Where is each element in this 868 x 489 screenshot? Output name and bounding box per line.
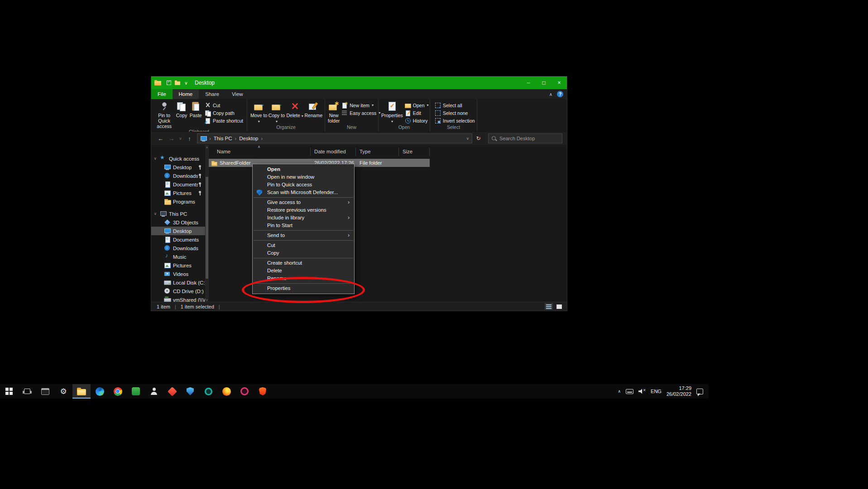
sidebar-item-desktop[interactable]: Desktop xyxy=(151,227,205,235)
taskbar-file-explorer-button[interactable] xyxy=(72,384,91,399)
sidebar-item-vmshared-vb[interactable]: vmShared (\\VB.. xyxy=(151,295,205,302)
taskbar-teal-app-button[interactable] xyxy=(199,384,217,399)
breadcrumb-item-this-pc[interactable]: This PC xyxy=(212,136,234,141)
context-menu-item-pin-to-quick-access[interactable]: Pin to Quick access xyxy=(253,181,354,189)
copy-to-button[interactable]: Copy to ▾ xyxy=(268,100,285,123)
help-icon[interactable]: ? xyxy=(557,91,563,97)
action-center-icon[interactable] xyxy=(696,389,703,394)
rename-button[interactable]: Rename xyxy=(304,100,323,118)
taskbar-edge-button[interactable] xyxy=(91,384,109,399)
sidebar-item-cd-drive-d-vir[interactable]: CD Drive (D:) Vir xyxy=(151,287,205,295)
tab-view[interactable]: View xyxy=(225,89,249,99)
history-button[interactable]: History xyxy=(403,117,431,124)
context-menu-item-scan-with-microsoft-defender[interactable]: Scan with Microsoft Defender... xyxy=(253,189,354,196)
sidebar-item-local-disk-c[interactable]: Local Disk (C:) xyxy=(151,278,205,287)
column-header-name[interactable]: Name xyxy=(209,147,311,156)
scroll-down-icon[interactable]: ∨ xyxy=(205,298,209,301)
title-bar[interactable]: ∨ Desktop – □ × xyxy=(151,76,567,89)
context-menu-item-delete[interactable]: Delete xyxy=(253,267,354,275)
qat-properties-button[interactable] xyxy=(165,79,173,86)
chevron-down-icon[interactable]: ∨ xyxy=(154,157,160,161)
tray-expand-icon[interactable]: ∧ xyxy=(618,389,621,394)
address-dropdown-icon[interactable]: ∨ xyxy=(466,136,470,141)
context-menu-item-restore-previous-versions[interactable]: Restore previous versions xyxy=(253,206,354,214)
properties-button[interactable]: Properties ▾ xyxy=(381,100,403,123)
refresh-button[interactable]: ↻ xyxy=(474,135,483,142)
taskbar-purple-ring-app-button[interactable] xyxy=(235,384,254,399)
sidebar-item-programs[interactable]: Programs xyxy=(151,197,205,206)
search-input[interactable] xyxy=(499,136,564,141)
sidebar-section-this-pc[interactable]: ∨This PC xyxy=(151,209,205,218)
tab-file[interactable]: File xyxy=(151,89,173,99)
taskbar-people-button[interactable] xyxy=(145,384,163,399)
taskbar-start-button[interactable] xyxy=(0,384,18,399)
sidebar-item-3d-objects[interactable]: 3D Objects xyxy=(151,218,205,227)
context-menu-item-pin-to-start[interactable]: Pin to Start xyxy=(253,222,354,229)
context-menu-item-give-access-to[interactable]: Give access to› xyxy=(253,199,354,206)
touch-keyboard-icon[interactable] xyxy=(626,389,633,394)
sidebar-item-downloads[interactable]: Downloads xyxy=(151,244,205,252)
edit-button[interactable]: Edit xyxy=(403,109,431,117)
context-menu-item-properties[interactable]: Properties xyxy=(253,285,354,292)
close-button[interactable]: × xyxy=(551,76,567,89)
paste-button[interactable]: Paste xyxy=(189,100,203,118)
context-menu-item-include-in-library[interactable]: Include in library› xyxy=(253,214,354,222)
context-menu-item-open-in-new-window[interactable]: Open in new window xyxy=(253,173,354,181)
taskbar-chrome-button[interactable] xyxy=(109,384,127,399)
new-item-button[interactable]: New item ▾ xyxy=(340,101,382,109)
chevron-down-icon[interactable]: ∨ xyxy=(154,212,160,216)
sidebar-item-documents[interactable]: Documents xyxy=(151,180,205,189)
taskbar-task-view-button[interactable] xyxy=(18,384,36,399)
context-menu-item-open[interactable]: Open xyxy=(253,166,354,173)
select-none-button[interactable]: Select none xyxy=(433,109,477,117)
sidebar-item-pictures[interactable]: Pictures xyxy=(151,261,205,270)
taskbar-firefox-button[interactable] xyxy=(217,384,235,399)
icons-view-button[interactable] xyxy=(555,303,563,310)
sidebar-item-pictures[interactable]: Pictures xyxy=(151,189,205,197)
context-menu-item-copy[interactable]: Copy xyxy=(253,249,354,257)
sidebar-item-videos[interactable]: Videos xyxy=(151,270,205,278)
sidebar-item-music[interactable]: Music xyxy=(151,252,205,261)
back-button[interactable]: ← xyxy=(156,135,165,142)
column-header-size[interactable]: Size xyxy=(399,147,430,156)
ribbon-collapse-icon[interactable]: ∧ xyxy=(549,92,552,97)
recent-locations-dropdown[interactable]: ∨ xyxy=(177,136,183,141)
delete-button[interactable]: Delete ▾ xyxy=(286,100,304,118)
context-menu-item-create-shortcut[interactable]: Create shortcut xyxy=(253,259,354,267)
volume-muted-icon[interactable] xyxy=(638,389,646,394)
new-folder-button[interactable]: New folder xyxy=(328,100,340,123)
sidebar-section-quick-access[interactable]: ∨Quick access xyxy=(151,154,205,163)
move-to-button[interactable]: Move to ▾ xyxy=(250,100,268,123)
taskbar-red-app-button[interactable] xyxy=(163,384,181,399)
paste-shortcut-button[interactable]: Paste shortcut xyxy=(203,117,245,124)
tab-share[interactable]: Share xyxy=(199,89,225,99)
sidebar-item-documents[interactable]: Documents xyxy=(151,235,205,244)
context-menu-item-rename[interactable]: Rename xyxy=(253,275,354,282)
context-menu-item-send-to[interactable]: Send to› xyxy=(253,232,354,239)
forward-button[interactable]: → xyxy=(167,135,176,142)
scroll-up-icon[interactable]: ∧ xyxy=(205,146,209,149)
easy-access-button[interactable]: Easy access ▾ xyxy=(340,109,382,117)
up-button[interactable]: ↑ xyxy=(185,135,194,142)
breadcrumb-item-desktop[interactable]: Desktop xyxy=(238,136,259,141)
search-box[interactable] xyxy=(488,133,562,143)
language-indicator[interactable]: ENG xyxy=(651,389,662,394)
copy-path-button[interactable]: Copy path xyxy=(203,109,245,117)
taskbar-green-app-button[interactable] xyxy=(127,384,145,399)
qat-new-folder-button[interactable] xyxy=(174,79,181,86)
taskbar-security-shield-button[interactable] xyxy=(181,384,199,399)
maximize-button[interactable]: □ xyxy=(536,76,551,89)
address-bar[interactable]: › This PC›Desktop› ∨ xyxy=(197,133,472,143)
taskbar-brave-button[interactable] xyxy=(254,384,272,399)
sidebar-item-desktop[interactable]: Desktop xyxy=(151,163,205,171)
taskbar-settings-button[interactable] xyxy=(54,384,72,399)
cut-button[interactable]: Cut xyxy=(203,101,245,109)
open-button[interactable]: Open ▾ xyxy=(403,101,431,109)
scrollbar-thumb[interactable] xyxy=(206,177,208,279)
select-all-button[interactable]: Select all xyxy=(433,101,477,109)
minimize-button[interactable]: – xyxy=(521,76,536,89)
sidebar-scrollbar[interactable]: ∧ ∨ xyxy=(205,145,209,302)
invert-selection-button[interactable]: Invert selection xyxy=(433,117,477,124)
clock[interactable]: 17:29 26/02/2022 xyxy=(667,385,691,397)
column-header-date-modified[interactable]: Date modified xyxy=(311,147,356,156)
